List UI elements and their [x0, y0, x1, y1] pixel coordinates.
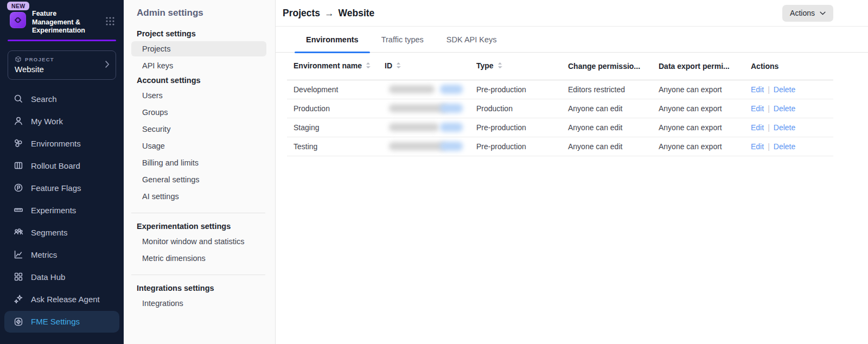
sidebar-item-my-work[interactable]: My Work	[0, 110, 124, 132]
admin-item-integrations[interactable]: Integrations	[131, 296, 266, 311]
sidebar-item-label: Ask Release Agent	[31, 295, 100, 304]
table-row: DevelopmentPre-productionEditors restric…	[287, 80, 833, 99]
column-header-label: Actions	[751, 62, 778, 71]
cell-change-permissions: Anyone can edit	[561, 99, 652, 118]
admin-sidebar-sections: Project settingsProjectsAPI keysAccount …	[131, 29, 266, 311]
project-selector-label: PROJECT	[15, 56, 99, 63]
tab-sdk-api-keys[interactable]: SDK API Keys	[435, 27, 508, 52]
admin-item-groups[interactable]: Groups	[131, 105, 266, 120]
admin-item-usage[interactable]: Usage	[131, 138, 266, 154]
breadcrumb-arrow: →	[324, 8, 334, 19]
cell-data-export: Anyone can export	[652, 137, 744, 156]
redacted-copy-chip	[440, 142, 463, 151]
tab-traffic-types[interactable]: Traffic types	[370, 27, 435, 52]
delete-link[interactable]: Delete	[774, 85, 795, 94]
cell-type: Pre-production	[470, 137, 561, 156]
brand-accent-rule	[8, 40, 116, 41]
new-badge: NEW	[7, 2, 29, 10]
primary-nav: SearchMy WorkEnvironmentsRollout BoardFe…	[0, 88, 124, 333]
column-header-id[interactable]: ID	[378, 53, 470, 80]
sidebar-item-label: FME Settings	[31, 317, 80, 326]
tab-environments[interactable]: Environments	[295, 27, 370, 52]
admin-item-users[interactable]: Users	[131, 88, 266, 103]
breadcrumb: Projects → Website	[283, 8, 374, 19]
actions-button[interactable]: Actions	[782, 5, 833, 22]
redacted-id-blob	[389, 142, 445, 150]
column-header-label: Environment name	[293, 61, 362, 70]
environments-icon	[13, 138, 24, 149]
admin-item-general-settings[interactable]: General settings	[131, 172, 266, 187]
sidebar-item-label: Search	[31, 94, 57, 104]
redacted-id	[385, 84, 465, 95]
cell-data-export: Anyone can export	[652, 99, 744, 118]
project-selector-value: Website	[15, 65, 99, 74]
cell-type: Production	[470, 99, 561, 118]
sidebar-item-environments[interactable]: Environments	[0, 132, 124, 155]
column-header-environment-name[interactable]: Environment name	[287, 53, 378, 80]
sidebar-item-feature-flags[interactable]: Feature Flags	[0, 177, 124, 199]
table-header-row: Environment nameIDTypeChange permissio..…	[287, 53, 833, 80]
sidebar-item-rollout-board[interactable]: Rollout Board	[0, 155, 124, 177]
main-header: Projects → Website Actions	[276, 0, 868, 27]
sidebar-item-label: Experiments	[31, 206, 76, 215]
tab-bar: EnvironmentsTraffic typesSDK API Keys	[276, 27, 868, 53]
edit-link[interactable]: Edit	[751, 142, 764, 151]
admin-item-metric-dimensions[interactable]: Metric dimensions	[131, 251, 266, 266]
admin-item-ai-settings[interactable]: AI settings	[131, 189, 266, 204]
brand-header: NEW Feature Management & Experimentation	[0, 0, 124, 35]
sidebar-item-fme-settings[interactable]: FME Settings	[4, 311, 119, 333]
admin-item-projects[interactable]: Projects	[131, 41, 266, 56]
sidebar-item-label: Feature Flags	[31, 183, 81, 193]
cell-environment-name: Testing	[287, 137, 378, 156]
cell-type: Pre-production	[470, 118, 561, 137]
admin-item-monitor-window-and-statistics[interactable]: Monitor window and statistics	[131, 234, 266, 249]
sidebar-item-metrics[interactable]: Metrics	[0, 244, 124, 266]
brand-logo[interactable]	[10, 12, 26, 28]
section-heading-experimentation-settings: Experimentation settings	[137, 222, 266, 231]
column-header-label: Type	[476, 61, 494, 70]
admin-sidebar: Admin settings Project settingsProjectsA…	[124, 0, 276, 344]
app-switcher-icon[interactable]	[105, 16, 115, 35]
column-header-label: Data export permi...	[659, 62, 730, 71]
redacted-copy-chip	[440, 104, 463, 113]
delete-link[interactable]: Delete	[774, 123, 795, 132]
delete-link[interactable]: Delete	[774, 142, 795, 151]
my-work-icon	[13, 116, 24, 126]
edit-link[interactable]: Edit	[751, 85, 764, 94]
cell-environment-name: Development	[287, 80, 378, 99]
admin-item-api-keys[interactable]: API keys	[131, 58, 266, 73]
section-heading-integrations-settings: Integrations settings	[137, 284, 266, 292]
sidebar-item-search[interactable]: Search	[0, 88, 124, 110]
redacted-id	[385, 122, 465, 133]
section-heading-project-settings: Project settings	[137, 29, 266, 38]
sidebar-item-data-hub[interactable]: Data Hub	[0, 266, 124, 288]
actions-button-label: Actions	[790, 9, 815, 17]
chevron-right-icon	[105, 60, 110, 70]
cell-actions: Edit|Delete	[744, 118, 833, 137]
sidebar-item-ask-release-agent[interactable]: Ask Release Agent	[0, 288, 124, 310]
edit-link[interactable]: Edit	[751, 123, 764, 132]
feature-flags-icon	[13, 182, 24, 193]
cell-environment-name: Staging	[287, 118, 378, 137]
admin-item-billing-and-limits[interactable]: Billing and limits	[131, 155, 266, 170]
sidebar-item-experiments[interactable]: Experiments	[0, 199, 124, 221]
edit-link[interactable]: Edit	[751, 104, 764, 113]
breadcrumb-parent: Projects	[283, 8, 320, 19]
delete-link[interactable]: Delete	[774, 104, 795, 113]
sort-icon[interactable]	[396, 62, 401, 71]
sort-icon[interactable]	[366, 62, 371, 71]
cell-environment-name: Production	[287, 99, 378, 118]
section-heading-account-settings: Account settings	[137, 76, 266, 85]
ask-release-agent-icon	[13, 294, 24, 304]
sort-icon[interactable]	[497, 62, 502, 71]
fme-settings-icon	[13, 316, 24, 327]
project-selector[interactable]: PROJECT Website	[8, 50, 116, 80]
breadcrumb-current: Website	[339, 8, 375, 19]
main-content: Projects → Website Actions EnvironmentsT…	[276, 0, 868, 344]
sidebar-item-label: My Work	[31, 117, 63, 126]
segments-icon	[13, 227, 24, 238]
table-row: StagingPre-productionAnyone can editAnyo…	[287, 118, 833, 137]
column-header-type[interactable]: Type	[470, 53, 561, 80]
admin-item-security[interactable]: Security	[131, 122, 266, 137]
sidebar-item-segments[interactable]: Segments	[0, 221, 124, 244]
